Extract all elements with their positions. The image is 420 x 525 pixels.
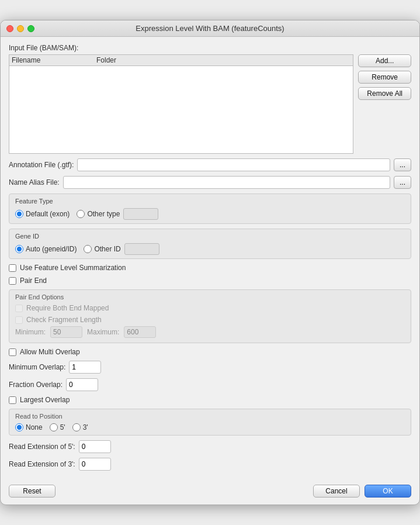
multi-overlap-row[interactable]: Allow Multi Overlap: [9, 348, 411, 356]
file-table-body[interactable]: [9, 66, 353, 151]
file-table: Filename Folder: [9, 54, 353, 154]
maximum-input: [124, 326, 156, 338]
gene-auto-label: Auto (geneid/ID): [26, 245, 77, 253]
col-folder-header: Folder: [96, 56, 350, 64]
feature-type-radios: Default (exon) Other type: [15, 208, 405, 220]
read-five-radio[interactable]: [50, 423, 58, 431]
read-none-text: None: [26, 423, 43, 431]
input-file-label: Input File (BAM/SAM):: [9, 44, 411, 52]
pair-end-label: Pair End: [20, 277, 47, 285]
read-ext-3-row: Read Extension of 3':: [9, 458, 411, 471]
feature-type-group: Feature Type Default (exon) Other type: [9, 194, 411, 224]
window-title: Expression Level With BAM (featureCounts…: [136, 24, 284, 33]
col-filename-header: Filename: [12, 56, 96, 64]
cancel-button[interactable]: Cancel: [313, 485, 360, 498]
require-both-end-row[interactable]: Require Both End Mapped: [15, 304, 405, 312]
annotation-file-label: Annotation File (.gtf):: [9, 161, 74, 169]
largest-overlap-checkbox[interactable]: [9, 396, 16, 404]
minimum-label: Minimum:: [15, 328, 46, 336]
pair-end-options-title: Pair End Options: [15, 293, 405, 301]
read-none-radio[interactable]: [15, 423, 23, 431]
require-both-end-checkbox[interactable]: [15, 305, 23, 312]
gene-other-input[interactable]: [124, 243, 159, 255]
name-alias-file-input[interactable]: [63, 176, 390, 189]
reset-button[interactable]: Reset: [9, 485, 55, 498]
maximize-button[interactable]: [27, 25, 34, 32]
gene-auto-radio-label[interactable]: Auto (geneid/ID): [15, 245, 77, 253]
gene-other-radio-label[interactable]: Other ID: [84, 243, 159, 255]
annotation-file-input[interactable]: [77, 158, 390, 171]
gene-id-radios: Auto (geneid/ID) Other ID: [15, 243, 405, 255]
pair-end-options: Pair End Options Require Both End Mapped…: [9, 289, 411, 343]
name-alias-file-row: Name Alias File: ...: [9, 176, 411, 189]
close-button[interactable]: [6, 25, 13, 32]
feature-level-label: Use Feature Level Summarization: [20, 264, 126, 272]
feature-default-radio-label[interactable]: Default (exon): [15, 210, 70, 218]
read-five-label[interactable]: 5': [50, 423, 65, 431]
minimum-overlap-row: Minimum Overlap:: [9, 361, 411, 374]
multi-overlap-label: Allow Multi Overlap: [20, 348, 80, 356]
read-ext-3-input[interactable]: [79, 458, 111, 471]
feature-other-label: Other type: [87, 210, 120, 218]
read-ext-5-input[interactable]: [79, 440, 111, 453]
check-fragment-label: Check Fragment Length: [26, 316, 102, 324]
read-to-position-group: Read to Position None 5' 3': [9, 409, 411, 436]
read-three-radio[interactable]: [72, 423, 81, 431]
read-three-text: 3': [83, 423, 88, 431]
gene-other-label: Other ID: [94, 245, 120, 253]
feature-other-radio-label[interactable]: Other type: [77, 208, 158, 220]
largest-overlap-row[interactable]: Largest Overlap: [9, 396, 411, 404]
name-alias-file-browse[interactable]: ...: [394, 176, 411, 189]
fraction-overlap-input[interactable]: [66, 378, 98, 391]
file-section: Filename Folder Add... Remove Remove All: [9, 54, 411, 154]
maximum-label: Maximum:: [87, 328, 119, 336]
largest-overlap-label: Largest Overlap: [20, 396, 70, 404]
minimize-button[interactable]: [17, 25, 24, 32]
pair-end-checkbox[interactable]: [9, 277, 16, 285]
bottom-bar: Reset Cancel OK: [1, 479, 419, 505]
read-ext-3-label: Read Extension of 3':: [9, 460, 75, 468]
minimum-overlap-label: Minimum Overlap:: [9, 363, 65, 371]
input-file-section: Input File (BAM/SAM): Filename Folder Ad…: [9, 44, 411, 154]
gene-id-title: Gene ID: [15, 233, 405, 240]
minimum-overlap-input[interactable]: [69, 361, 101, 374]
feature-default-label: Default (exon): [26, 210, 70, 218]
annotation-file-row: Annotation File (.gtf): ...: [9, 158, 411, 171]
feature-type-title: Feature Type: [15, 198, 405, 205]
remove-button[interactable]: Remove: [358, 71, 411, 84]
minmax-row: Minimum: Maximum:: [15, 326, 405, 338]
name-alias-file-label: Name Alias File:: [9, 178, 60, 186]
minimum-input: [50, 326, 82, 338]
gene-other-radio[interactable]: [84, 245, 92, 253]
add-button[interactable]: Add...: [358, 54, 411, 67]
feature-other-radio[interactable]: [77, 210, 85, 218]
read-three-label[interactable]: 3': [72, 423, 88, 431]
feature-default-radio[interactable]: [15, 210, 23, 218]
gene-auto-radio[interactable]: [15, 245, 23, 253]
require-both-end-label: Require Both End Mapped: [26, 304, 109, 312]
read-to-position-title: Read to Position: [15, 413, 405, 420]
titlebar-buttons: [6, 25, 34, 32]
ok-button[interactable]: OK: [365, 485, 411, 498]
feature-other-input[interactable]: [123, 208, 158, 220]
fraction-overlap-row: Fraction Overlap:: [9, 378, 411, 391]
main-content: Input File (BAM/SAM): Filename Folder Ad…: [1, 37, 419, 476]
file-buttons: Add... Remove Remove All: [358, 54, 411, 100]
remove-all-button[interactable]: Remove All: [358, 87, 411, 100]
fraction-overlap-label: Fraction Overlap:: [9, 381, 63, 389]
read-none-label[interactable]: None: [15, 423, 43, 431]
check-fragment-row[interactable]: Check Fragment Length: [15, 316, 405, 324]
read-five-text: 5': [60, 423, 65, 431]
feature-level-checkbox[interactable]: [9, 264, 16, 272]
main-window: Expression Level With BAM (featureCounts…: [0, 20, 420, 505]
bottom-right-buttons: Cancel OK: [313, 485, 411, 498]
file-table-header: Filename Folder: [9, 55, 353, 66]
read-ext-5-label: Read Extension of 5':: [9, 443, 75, 451]
annotation-file-browse[interactable]: ...: [394, 158, 411, 171]
gene-id-group: Gene ID Auto (geneid/ID) Other ID: [9, 229, 411, 259]
pair-end-row[interactable]: Pair End: [9, 277, 411, 285]
multi-overlap-checkbox[interactable]: [9, 348, 16, 356]
check-fragment-checkbox[interactable]: [15, 316, 23, 324]
read-ext-5-row: Read Extension of 5':: [9, 440, 411, 453]
feature-level-row[interactable]: Use Feature Level Summarization: [9, 264, 411, 272]
